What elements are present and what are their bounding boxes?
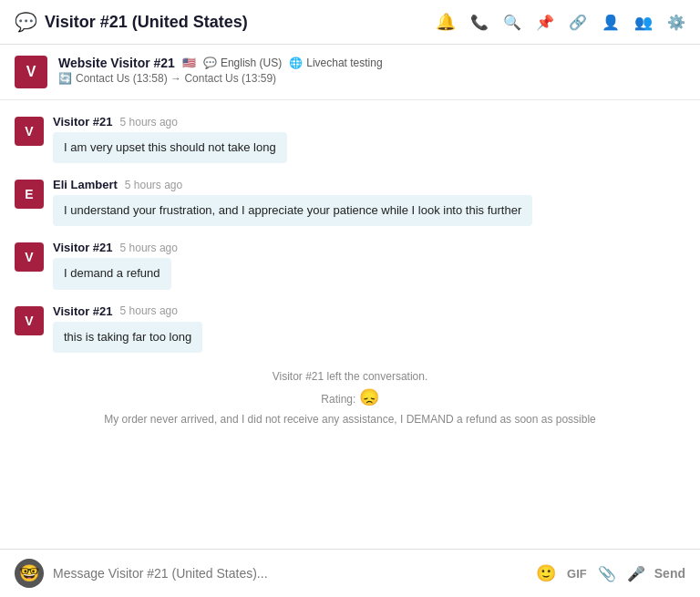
msg-avatar-agent: E (15, 180, 44, 209)
visitor-tag: 🌐 Livechat testing (289, 57, 382, 69)
msg-sender: Visitor #21 (53, 115, 113, 129)
emoji-icon[interactable]: 🙂 (536, 563, 556, 583)
agent-avatar: 🤓 (15, 559, 44, 588)
visitor-meta-top: Website Visitor #21 🇺🇸 💬 English (US) 🌐 … (58, 56, 383, 70)
feedback-text: My order never arrived, and I did not re… (29, 411, 671, 427)
left-conversation-text: Visitor #21 left the conversation. (273, 370, 428, 383)
msg-avatar-visitor: V (15, 306, 44, 335)
visitor-route: 🔄 Contact Us (13:58) → Contact Us (13:59… (58, 72, 383, 85)
link-icon[interactable]: 🔗 (569, 14, 587, 31)
msg-time: 5 hours ago (120, 116, 178, 129)
chat-messages: V Visitor #21 5 hours ago I am very upse… (0, 100, 700, 549)
message-group: V Visitor #21 5 hours ago this is taking… (15, 304, 685, 353)
message-group: V Visitor #21 5 hours ago I demand a ref… (15, 241, 685, 289)
send-button[interactable]: Send (654, 566, 685, 581)
audio-icon[interactable]: 🎤 (627, 565, 645, 582)
rating-label: Rating: (321, 393, 355, 406)
settings-icon[interactable]: ⚙️ (667, 14, 685, 31)
msg-time: 5 hours ago (120, 304, 178, 317)
msg-header: Visitor #21 5 hours ago (53, 304, 685, 318)
rating-section: Rating: 😞 (15, 387, 685, 407)
message-group: E Eli Lambert 5 hours ago I understand y… (15, 178, 685, 226)
pin-icon[interactable]: 📌 (536, 14, 554, 31)
visitor-avatar: V (15, 56, 47, 88)
visitor-metadata: Website Visitor #21 🇺🇸 💬 English (US) 🌐 … (58, 56, 383, 85)
msg-avatar-visitor: V (15, 242, 44, 272)
msg-bubble: this is taking far too long (53, 322, 202, 353)
header-title: 💬 Visitor #21 (United States) (15, 11, 436, 33)
msg-header: Eli Lambert 5 hours ago (53, 178, 685, 191)
msg-header: Visitor #21 5 hours ago (53, 241, 685, 254)
phone-icon[interactable]: 📞 (470, 14, 489, 31)
visitor-flag: 🇺🇸 (182, 57, 196, 69)
system-message: Visitor #21 left the conversation. (15, 367, 685, 384)
chat-header: 💬 Visitor #21 (United States) 🔔 📞 🔍 📌 🔗 … (0, 0, 700, 45)
visitor-name: Website Visitor #21 (58, 56, 175, 70)
input-toolbar-icons: 🙂 GIF 📎 🎤 (536, 563, 645, 583)
msg-content: Visitor #21 5 hours ago I demand a refun… (53, 241, 685, 289)
bell-icon[interactable]: 🔔 (436, 12, 456, 32)
msg-time: 5 hours ago (125, 179, 182, 191)
msg-content: Eli Lambert 5 hours ago I understand you… (53, 178, 685, 226)
visitor-language: 💬 English (US) (203, 57, 282, 69)
message-input[interactable] (53, 566, 527, 581)
header-actions: 🔔 📞 🔍 📌 🔗 👤 👥 ⚙️ (436, 12, 685, 32)
visitor-title: Visitor #21 (United States) (45, 13, 248, 32)
msg-bubble: I understand your frustration, and I app… (53, 195, 532, 226)
chat-icon: 💬 (15, 11, 37, 33)
msg-content: Visitor #21 5 hours ago this is taking f… (53, 304, 685, 353)
group-icon[interactable]: 👥 (634, 14, 653, 31)
msg-sender: Eli Lambert (53, 178, 118, 191)
msg-sender: Visitor #21 (53, 241, 113, 254)
msg-header: Visitor #21 5 hours ago (53, 115, 685, 129)
msg-content: Visitor #21 5 hours ago I am very upset … (53, 115, 685, 163)
message-group: V Visitor #21 5 hours ago I am very upse… (15, 115, 685, 163)
rating-emoji: 😞 (359, 388, 379, 407)
msg-time: 5 hours ago (120, 242, 178, 254)
search-icon[interactable]: 🔍 (503, 14, 521, 31)
msg-sender: Visitor #21 (53, 304, 113, 318)
visitor-info-bar: V Website Visitor #21 🇺🇸 💬 English (US) … (0, 45, 700, 100)
message-input-area: 🤓 🙂 GIF 📎 🎤 Send (0, 549, 700, 597)
msg-bubble: I am very upset this should not take lon… (53, 132, 287, 163)
gif-icon[interactable]: GIF (567, 567, 587, 581)
attachment-icon[interactable]: 📎 (598, 565, 616, 582)
msg-avatar-visitor: V (15, 117, 44, 146)
msg-bubble: I demand a refund (53, 258, 171, 289)
add-user-icon[interactable]: 👤 (602, 14, 620, 31)
